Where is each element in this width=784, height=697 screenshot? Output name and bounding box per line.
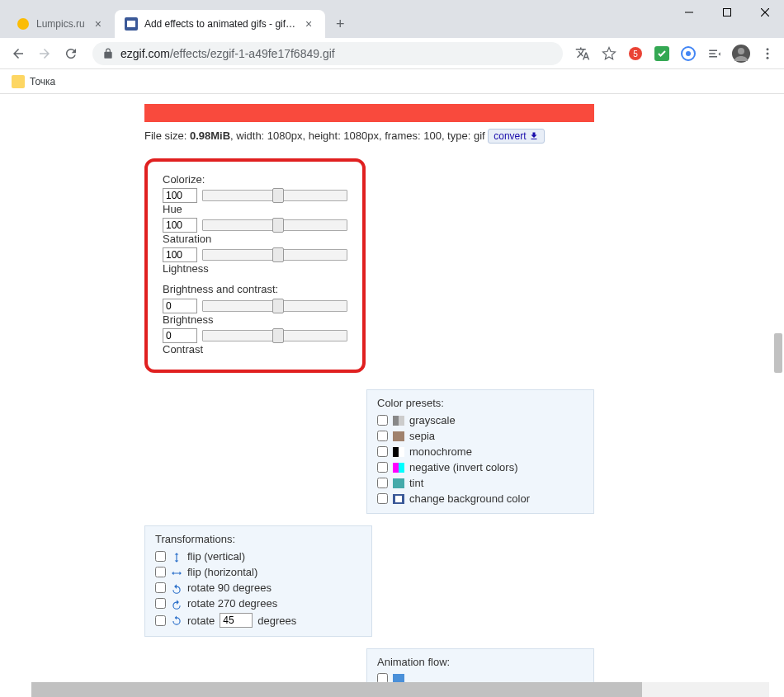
tab-ezgif[interactable]: Add effects to animated gifs - gif… × xyxy=(115,10,325,38)
svg-rect-4 xyxy=(724,9,731,16)
flip-h-icon xyxy=(171,567,182,577)
favicon-ezgif xyxy=(125,17,138,31)
rot-degrees-input[interactable] xyxy=(220,613,253,628)
animflow-panel: Animation flow: xyxy=(366,648,594,682)
forward-button[interactable] xyxy=(33,42,56,65)
brightness-label: Brightness xyxy=(163,313,347,326)
ext-icon-4[interactable] xyxy=(705,44,725,64)
svg-rect-19 xyxy=(393,431,404,441)
animflow-title: Animation flow: xyxy=(377,656,583,668)
content-scroll[interactable]: File size: 0.98MiB, width: 1080px, heigh… xyxy=(0,94,784,682)
url-box[interactable]: ezgif.com/effects/ezgif-1-a49fe17f6849.g… xyxy=(92,42,563,65)
back-button[interactable] xyxy=(7,42,30,65)
negative-icon xyxy=(393,463,404,473)
flip-v-icon xyxy=(171,552,182,562)
presets-panel: Color presets: grayscale sepia monochrom… xyxy=(366,389,594,514)
preset-sepia-checkbox[interactable] xyxy=(377,431,388,441)
vertical-scrollbar-thumb[interactable] xyxy=(774,333,782,373)
star-icon[interactable] xyxy=(599,44,619,64)
file-info: File size: 0.98MiB, width: 1080px, heigh… xyxy=(144,129,784,144)
transform-rot-custom: rotate degrees xyxy=(155,611,361,629)
saturation-input[interactable] xyxy=(163,218,197,233)
ext-icon-3[interactable] xyxy=(678,44,698,64)
saturation-label: Saturation xyxy=(163,233,347,245)
rot270-checkbox[interactable] xyxy=(155,598,166,609)
contrast-input[interactable] xyxy=(163,328,197,343)
close-icon[interactable]: × xyxy=(92,17,105,31)
flip-v-checkbox[interactable] xyxy=(155,551,166,562)
colorize-header: Colorize: xyxy=(163,173,347,186)
horizontal-scrollbar-thumb[interactable] xyxy=(31,682,642,697)
hue-label: Hue xyxy=(163,203,347,215)
preset-grayscale: grayscale xyxy=(377,412,583,428)
rot90-checkbox[interactable] xyxy=(155,582,166,593)
tint-icon xyxy=(393,478,404,488)
svg-rect-24 xyxy=(393,478,404,488)
svg-text:5: 5 xyxy=(633,49,638,59)
preset-bgcolor-checkbox[interactable] xyxy=(377,493,388,504)
transforms-panel: Transformations: flip (vertical) flip (h… xyxy=(144,525,372,637)
hue-slider[interactable] xyxy=(202,190,347,201)
close-icon[interactable]: × xyxy=(302,17,315,31)
rot-custom-checkbox[interactable] xyxy=(155,615,166,626)
rot270-icon xyxy=(171,599,182,609)
brightness-input[interactable] xyxy=(163,299,197,313)
contrast-slider[interactable] xyxy=(202,330,347,341)
svg-rect-22 xyxy=(393,463,399,473)
ext-icon-2[interactable] xyxy=(652,44,672,64)
transforms-title: Transformations: xyxy=(155,533,361,545)
svg-rect-27 xyxy=(393,674,404,683)
addressbar: ezgif.com/effects/ezgif-1-a49fe17f6849.g… xyxy=(0,38,784,69)
lightness-label: Lightness xyxy=(163,262,347,275)
bc-header: Brightness and contrast: xyxy=(163,283,347,295)
sepia-icon xyxy=(393,431,404,441)
svg-point-15 xyxy=(767,52,769,54)
preset-grayscale-checkbox[interactable] xyxy=(377,415,388,426)
contrast-label: Contrast xyxy=(163,343,347,356)
hue-input[interactable] xyxy=(163,188,197,203)
svg-rect-21 xyxy=(399,447,404,457)
transform-flip-v: flip (vertical) xyxy=(155,549,361,564)
lightness-slider[interactable] xyxy=(202,249,347,261)
presets-title: Color presets: xyxy=(377,397,583,409)
ext-icon-1[interactable]: 5 xyxy=(626,44,645,64)
minimize-button[interactable] xyxy=(670,0,708,25)
bookmark-item[interactable]: Точка xyxy=(30,76,55,87)
close-window-button[interactable] xyxy=(746,0,784,25)
svg-rect-2 xyxy=(127,21,135,27)
reload-button[interactable] xyxy=(59,42,83,65)
maximize-button[interactable] xyxy=(708,0,746,25)
svg-rect-23 xyxy=(399,463,404,473)
horizontal-scrollbar[interactable] xyxy=(31,682,769,697)
window-controls xyxy=(670,0,784,25)
animflow-icon xyxy=(393,674,404,683)
lightness-input[interactable] xyxy=(163,247,197,262)
brightness-slider[interactable] xyxy=(202,300,347,312)
preset-tint: tint xyxy=(377,475,583,491)
svg-point-16 xyxy=(767,56,769,59)
profile-avatar[interactable] xyxy=(731,44,751,64)
content-area: File size: 0.98MiB, width: 1080px, heigh… xyxy=(0,94,784,682)
translate-icon[interactable] xyxy=(573,44,593,64)
convert-button[interactable]: convert xyxy=(488,129,545,144)
svg-point-0 xyxy=(17,18,29,30)
svg-rect-26 xyxy=(395,496,402,502)
menu-icon[interactable] xyxy=(758,44,777,64)
tab-lumpics[interactable]: Lumpics.ru × xyxy=(7,10,115,38)
preset-bgcolor: change background color xyxy=(377,491,583,506)
preset-monochrome-checkbox[interactable] xyxy=(377,446,388,457)
flip-h-checkbox[interactable] xyxy=(155,567,166,577)
preset-sepia: sepia xyxy=(377,428,583,444)
new-tab-button[interactable]: + xyxy=(328,12,352,35)
svg-rect-18 xyxy=(399,416,404,426)
preset-tint-checkbox[interactable] xyxy=(377,478,388,488)
titlebar: Lumpics.ru × Add effects to animated gif… xyxy=(0,0,784,38)
grayscale-icon xyxy=(393,416,404,426)
lock-icon xyxy=(102,48,114,59)
animflow-checkbox[interactable] xyxy=(377,673,388,682)
saturation-slider[interactable] xyxy=(202,219,347,231)
preset-negative-checkbox[interactable] xyxy=(377,462,388,473)
animflow-row xyxy=(377,671,583,682)
preset-monochrome: monochrome xyxy=(377,444,583,459)
tab-label: Lumpics.ru xyxy=(36,18,85,30)
